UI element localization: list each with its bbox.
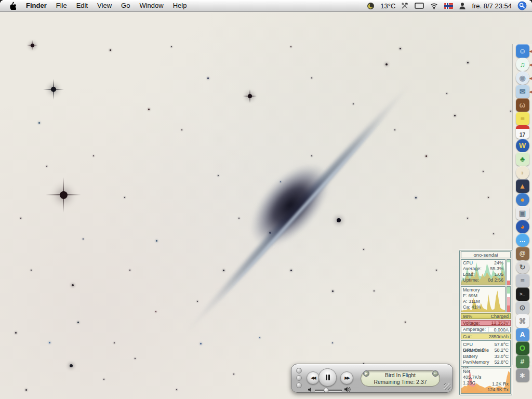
- memory-usage-bar: [507, 286, 511, 312]
- star: [233, 374, 234, 375]
- memory-section: Memory F: 69M A: 311M Ca: 41%: [461, 286, 511, 312]
- star: [467, 62, 469, 63]
- dock-item: ∗: [513, 368, 532, 382]
- dock-item: ◗: [513, 166, 532, 179]
- desktop: Finder File Edit View Go Window Help 13°…: [0, 0, 532, 399]
- star: [20, 218, 21, 219]
- toast-icon[interactable]: ≡: [516, 274, 529, 287]
- norwegian-flag-input-icon[interactable]: [444, 3, 453, 9]
- dock-item: O: [513, 341, 532, 355]
- dock-item: >_: [513, 287, 532, 301]
- network-activity-icon[interactable]: [401, 2, 409, 9]
- image-capture-icon[interactable]: ▣: [516, 206, 529, 220]
- close-button[interactable]: [296, 368, 302, 374]
- menu-clock[interactable]: fre. 8/7 23:54: [472, 2, 512, 10]
- dock-item: …: [513, 233, 532, 247]
- disk-utility-icon[interactable]: ⊙: [516, 301, 529, 314]
- star: [493, 233, 494, 234]
- pause-button[interactable]: [318, 368, 337, 387]
- star: [93, 155, 94, 156]
- displays-icon[interactable]: [415, 3, 424, 9]
- volume-min-icon: [308, 387, 313, 392]
- fast-forward-button[interactable]: ▶▶: [340, 371, 353, 384]
- running-indicator: ◀: [529, 63, 532, 66]
- star: [129, 270, 130, 271]
- cpu-label: CPU: [463, 260, 473, 266]
- current-row: Cur: 2850mAh: [461, 334, 511, 339]
- dock-item: ⌘: [513, 314, 532, 328]
- zoom-button[interactable]: [296, 382, 302, 388]
- track-title: Bird In Flight: [385, 372, 416, 379]
- dock-item: ▲: [513, 179, 532, 193]
- ical-icon[interactable]: 17: [516, 125, 529, 139]
- taco-shell-icon[interactable]: ◗: [516, 166, 529, 179]
- stickies-icon[interactable]: ≡: [516, 112, 529, 125]
- applications-window-icon[interactable]: A: [516, 328, 529, 341]
- ichat-icon[interactable]: …: [516, 233, 529, 247]
- iphoto-icon[interactable]: ▲: [516, 179, 529, 193]
- star: [156, 240, 157, 242]
- star: [363, 249, 364, 250]
- minimize-button[interactable]: [296, 375, 302, 381]
- user-switch-icon[interactable]: [459, 2, 466, 10]
- weather-moon-icon[interactable]: [367, 2, 375, 10]
- screen-corner: [528, 0, 532, 4]
- dock-item: ◉◀: [513, 71, 532, 85]
- firefox-icon[interactable]: ◕: [516, 220, 529, 233]
- dock-item: ♫◀: [513, 58, 532, 71]
- star: [290, 46, 291, 47]
- menu-finder[interactable]: Finder: [21, 0, 51, 11]
- itunes-mini-player[interactable]: ◀◀ ▶▶ Bird In Flight Remaining Time: 2.3…: [291, 364, 453, 393]
- mail-icon[interactable]: ✉: [516, 85, 529, 98]
- dock-item: ♣: [513, 152, 532, 166]
- dock-item: W: [513, 139, 532, 152]
- wifi-icon[interactable]: [430, 3, 438, 9]
- star: [332, 342, 333, 343]
- net-label: Net: [463, 369, 482, 375]
- menu-help[interactable]: Help: [168, 0, 192, 11]
- running-indicator: ◀: [529, 76, 532, 80]
- star: [311, 77, 312, 78]
- isync-icon[interactable]: ↻: [516, 260, 529, 274]
- finder-icon[interactable]: ☺: [516, 44, 529, 58]
- green-trash-icon[interactable]: #: [516, 355, 529, 368]
- resize-grip[interactable]: [444, 383, 450, 390]
- transmit-icon[interactable]: ●: [516, 193, 529, 206]
- calendar-header-bar: [516, 125, 529, 129]
- display-mode-icon[interactable]: ↩: [432, 370, 438, 377]
- temperature-readout[interactable]: 13°C: [380, 2, 395, 10]
- menu-edit[interactable]: Edit: [72, 0, 92, 11]
- net-tx: 124.9K Tx: [487, 387, 509, 393]
- volume-knob[interactable]: [324, 388, 329, 393]
- star: [60, 191, 68, 199]
- omniweb-icon[interactable]: W: [516, 139, 529, 152]
- address-book-icon[interactable]: @: [516, 247, 529, 260]
- o-folder-icon[interactable]: O: [516, 341, 529, 355]
- star: [436, 270, 437, 271]
- dock-item: ☺◀: [513, 44, 532, 58]
- star: [425, 155, 427, 157]
- menu-go[interactable]: Go: [116, 0, 135, 11]
- rewind-button[interactable]: ◀◀: [307, 371, 320, 384]
- terminal-icon[interactable]: >_: [516, 287, 529, 301]
- istat-widget[interactable]: ono-sendai CPU24% Average:55.3% Load:1.0…: [459, 250, 512, 395]
- trash-full-icon[interactable]: ∗: [516, 368, 529, 382]
- menu-file[interactable]: File: [51, 0, 72, 11]
- galaxy-wallpaper: [0, 0, 532, 399]
- star: [454, 115, 456, 116]
- star: [49, 342, 50, 343]
- itunes-icon[interactable]: ♫: [516, 58, 529, 71]
- dock-item: ↻: [513, 260, 532, 274]
- spotlight-icon[interactable]: [517, 1, 527, 10]
- battery-bar: 98% Charged: [461, 313, 511, 319]
- creatures-game-icon[interactable]: ♣: [516, 152, 529, 166]
- monkey-mascot-icon[interactable]: ω: [516, 98, 529, 112]
- safari-icon[interactable]: ◉: [516, 71, 529, 85]
- star: [15, 332, 17, 334]
- apple-menu[interactable]: [5, 2, 21, 10]
- star: [110, 49, 111, 51]
- play-state-icon[interactable]: ▶: [363, 370, 369, 377]
- menu-view[interactable]: View: [92, 0, 116, 11]
- apple-box-icon[interactable]: ⌘: [516, 314, 529, 328]
- menu-window[interactable]: Window: [135, 0, 168, 11]
